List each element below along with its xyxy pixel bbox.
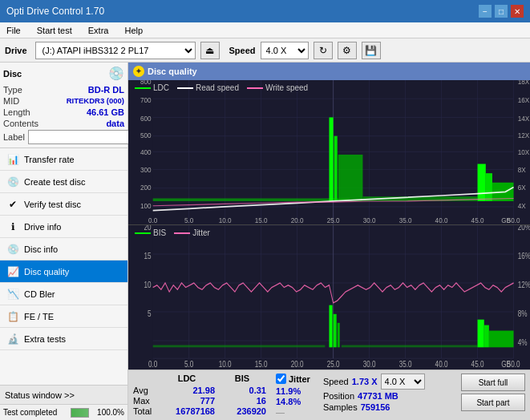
label-input[interactable] <box>28 130 144 144</box>
max-ldc-value: 777 <box>159 396 215 406</box>
sidebar-item-verify-test-disc[interactable]: ✔ Verify test disc <box>0 193 127 216</box>
legend-jitter-label: Jitter <box>192 228 210 237</box>
fe-te-icon: 📋 <box>6 310 19 323</box>
sidebar-item-label: Drive info <box>24 222 61 232</box>
status-window[interactable]: Status window >> <box>0 385 127 404</box>
svg-text:15.0: 15.0 <box>255 359 268 370</box>
svg-text:0.0: 0.0 <box>148 359 158 370</box>
svg-text:16X: 16X <box>518 95 530 104</box>
contents-value: data <box>106 119 124 128</box>
total-bis-value: 236920 <box>218 406 266 416</box>
svg-text:40.0: 40.0 <box>435 216 448 224</box>
maximize-button[interactable]: □ <box>495 5 508 18</box>
svg-text:4%: 4% <box>518 337 528 347</box>
menu-help[interactable]: Help <box>121 22 146 38</box>
svg-text:200: 200 <box>140 184 152 192</box>
status-window-label: Status window >> <box>5 390 75 400</box>
svg-text:20%: 20% <box>518 225 530 232</box>
progress-label: Test completed <box>3 408 67 417</box>
svg-text:300: 300 <box>140 165 152 174</box>
svg-text:40.0: 40.0 <box>435 359 448 370</box>
svg-text:45.0: 45.0 <box>471 359 484 370</box>
disc-panel-title: Disc <box>3 69 22 79</box>
menu-extra[interactable]: Extra <box>85 22 112 38</box>
sidebar-item-create-test-disc[interactable]: 💿 Create test disc <box>0 171 127 193</box>
avg-jitter-value: 11.9% <box>276 386 301 396</box>
sidebar-item-cd-bler[interactable]: 📉 CD Bler <box>0 283 127 305</box>
avg-ldc-value: 21.98 <box>159 386 215 395</box>
toolbar: Drive (J:) ATAPI iHBS312 2 PL17 ⏏ Speed … <box>0 38 530 63</box>
label-label: Label <box>3 132 25 142</box>
svg-rect-48 <box>334 136 338 201</box>
svg-text:20.0: 20.0 <box>291 216 304 224</box>
refresh-button[interactable]: ↻ <box>314 42 333 59</box>
svg-text:45.0: 45.0 <box>471 216 484 224</box>
speed-stat-select[interactable]: 4.0 X <box>381 374 425 390</box>
menu-start-test[interactable]: Start test <box>34 22 75 38</box>
progress-area: Test completed 100.0% <box>0 404 127 420</box>
total-row-label: Total <box>133 406 156 416</box>
lower-chart-svg: 20 15 10 5 0.0 5.0 10.0 15.0 20.0 25.0 3… <box>128 225 530 370</box>
sidebar-item-extra-tests[interactable]: 🔬 Extra tests <box>0 328 127 350</box>
legend-write-speed: Write speed <box>247 83 308 92</box>
sidebar-item-fe-te[interactable]: 📋 FE / TE <box>0 305 127 328</box>
legend-bis-label: BIS <box>153 228 166 237</box>
svg-rect-97 <box>478 320 484 348</box>
sidebar-item-disc-quality[interactable]: 📈 Disc quality <box>0 260 127 283</box>
svg-text:35.0: 35.0 <box>399 216 412 224</box>
svg-text:5: 5 <box>148 308 152 318</box>
start-full-button[interactable]: Start full <box>461 374 525 391</box>
legend-ldc-label: LDC <box>153 83 169 92</box>
avg-row-label: Avg <box>133 386 156 395</box>
save-button[interactable]: 💾 <box>362 42 381 59</box>
svg-rect-95 <box>338 323 340 347</box>
extra-tests-icon: 🔬 <box>6 333 19 345</box>
verify-test-disc-icon: ✔ <box>6 198 19 211</box>
type-value: BD-R DL <box>88 85 124 95</box>
svg-rect-51 <box>478 164 486 201</box>
drive-select[interactable]: (J:) ATAPI iHBS312 2 PL17 <box>35 42 196 59</box>
svg-text:5.0: 5.0 <box>184 359 194 370</box>
bottom-panel: LDC BIS Avg 21.98 0.31 Max 777 16 <box>128 370 530 420</box>
speed-select[interactable]: 4.0 X <box>261 42 309 59</box>
eject-button[interactable]: ⏏ <box>200 42 220 59</box>
sidebar-item-label: Create test disc <box>24 177 85 187</box>
legend-bis: BIS <box>135 228 166 237</box>
svg-text:14X: 14X <box>518 115 530 123</box>
jitter-checkbox[interactable] <box>276 374 286 384</box>
menu-file[interactable]: File <box>3 22 24 38</box>
sidebar-item-label: FE / TE <box>24 312 54 321</box>
read-speed-color <box>177 87 193 89</box>
type-label: Type <box>3 85 22 95</box>
svg-text:16%: 16% <box>518 250 530 260</box>
ldc-color <box>135 87 151 89</box>
start-part-button[interactable]: Start part <box>461 394 525 411</box>
svg-text:30.0: 30.0 <box>363 359 376 370</box>
svg-text:GB: GB <box>501 359 511 370</box>
svg-text:0.0: 0.0 <box>148 216 157 224</box>
upper-chart-legend: LDC Read speed Write speed <box>131 82 311 92</box>
minimize-button[interactable]: − <box>479 5 492 18</box>
svg-text:12X: 12X <box>518 131 530 140</box>
close-button[interactable]: ✕ <box>511 5 524 18</box>
svg-rect-99 <box>489 331 514 348</box>
sidebar: Disc 💿 Type BD-R DL MID RITEKDR3 (000) L… <box>0 63 128 420</box>
svg-rect-94 <box>334 314 337 348</box>
svg-text:6X: 6X <box>518 184 526 192</box>
settings-button[interactable]: ⚙ <box>338 42 357 59</box>
mid-label: MID <box>3 96 19 106</box>
sidebar-item-drive-info[interactable]: ℹ Drive info <box>0 216 127 238</box>
legend-ldc: LDC <box>135 83 169 92</box>
bis-header: BIS <box>218 374 266 383</box>
svg-rect-96 <box>342 345 478 348</box>
svg-text:10X: 10X <box>518 147 530 156</box>
svg-text:400: 400 <box>140 147 152 156</box>
total-ldc-value: 16787168 <box>159 406 215 416</box>
drive-label: Drive <box>5 46 27 55</box>
sidebar-item-disc-info[interactable]: 💿 Disc info <box>0 238 127 260</box>
position-label: Position <box>323 391 354 401</box>
svg-text:30.0: 30.0 <box>363 216 376 224</box>
svg-text:4X: 4X <box>518 202 526 211</box>
svg-text:15.0: 15.0 <box>255 216 268 224</box>
sidebar-item-transfer-rate[interactable]: 📊 Transfer rate <box>0 148 127 171</box>
